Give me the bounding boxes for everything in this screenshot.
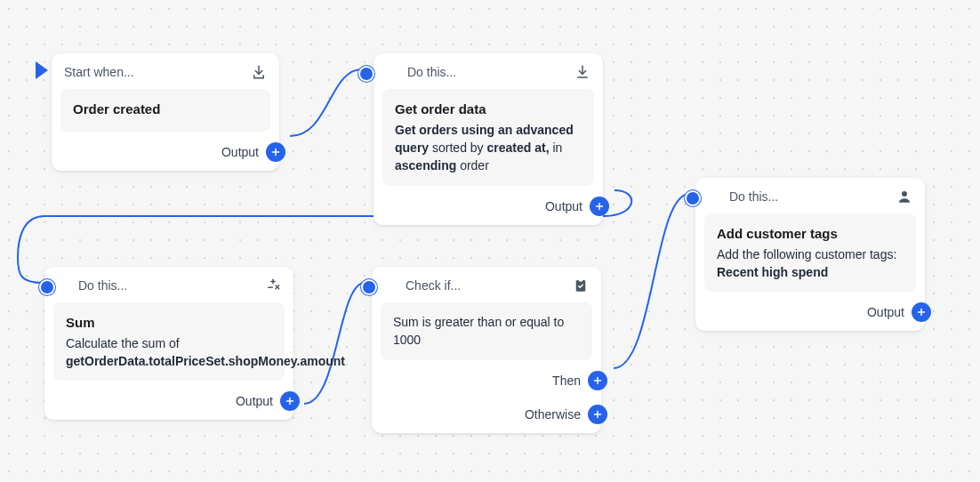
node-sum[interactable]: Do this... Sum Calculate the sum of getO…	[44, 267, 293, 420]
svg-rect-1	[579, 279, 583, 282]
node-input-port[interactable]	[363, 281, 375, 293]
node-header-label: Start when...	[64, 65, 242, 79]
calculate-icon[interactable]	[265, 277, 281, 293]
node-title: Sum	[66, 313, 272, 333]
node-description: Get orders using an advanced query sorte…	[395, 121, 582, 175]
node-start-trigger[interactable]: Start when... Order created Output	[52, 53, 279, 171]
node-header-label: Do this...	[729, 189, 888, 204]
svg-rect-0	[576, 280, 586, 292]
condition-text: Sum is greater than or equal to 1000	[393, 313, 580, 349]
add-output-button[interactable]	[280, 391, 300, 411]
node-title: Get order data	[395, 100, 582, 119]
node-input-port[interactable]	[687, 192, 699, 205]
add-then-button[interactable]	[588, 371, 607, 390]
add-output-button[interactable]	[266, 142, 285, 162]
then-label: Then	[552, 374, 581, 388]
output-label: Output	[221, 145, 259, 159]
start-indicator-icon	[36, 61, 48, 79]
node-get-order-data[interactable]: Do this... Get order data Get orders usi…	[374, 53, 603, 225]
svg-point-2	[902, 191, 907, 197]
node-description: Add the following customer tags: Recent …	[717, 245, 904, 282]
otherwise-label: Otherwise	[525, 407, 581, 422]
add-otherwise-button[interactable]	[588, 405, 607, 424]
output-label: Output	[545, 199, 582, 213]
import-icon[interactable]	[251, 64, 267, 80]
node-add-customer-tags[interactable]: Do this... Add customer tags Add the fol…	[695, 178, 925, 331]
output-label: Output	[236, 394, 273, 408]
workflow-canvas[interactable]: Start when... Order created Output Do th…	[0, 0, 980, 482]
node-input-port[interactable]	[360, 68, 373, 80]
download-icon[interactable]	[574, 64, 590, 80]
node-header-label: Do this...	[407, 65, 566, 79]
clipboard-check-icon[interactable]	[573, 277, 589, 293]
node-header-label: Check if...	[406, 278, 564, 293]
person-icon[interactable]	[896, 189, 912, 205]
add-output-button[interactable]	[912, 302, 931, 322]
node-description: Calculate the sum of getOrderData.totalP…	[66, 334, 272, 371]
node-input-port[interactable]	[41, 281, 53, 293]
node-title: Order created	[73, 100, 258, 119]
node-check-condition[interactable]: Check if... Sum is greater than or equal…	[372, 267, 601, 433]
add-output-button[interactable]	[590, 197, 609, 216]
output-label: Output	[867, 305, 904, 319]
node-title: Add customer tags	[717, 224, 904, 244]
node-header-label: Do this...	[78, 278, 256, 293]
